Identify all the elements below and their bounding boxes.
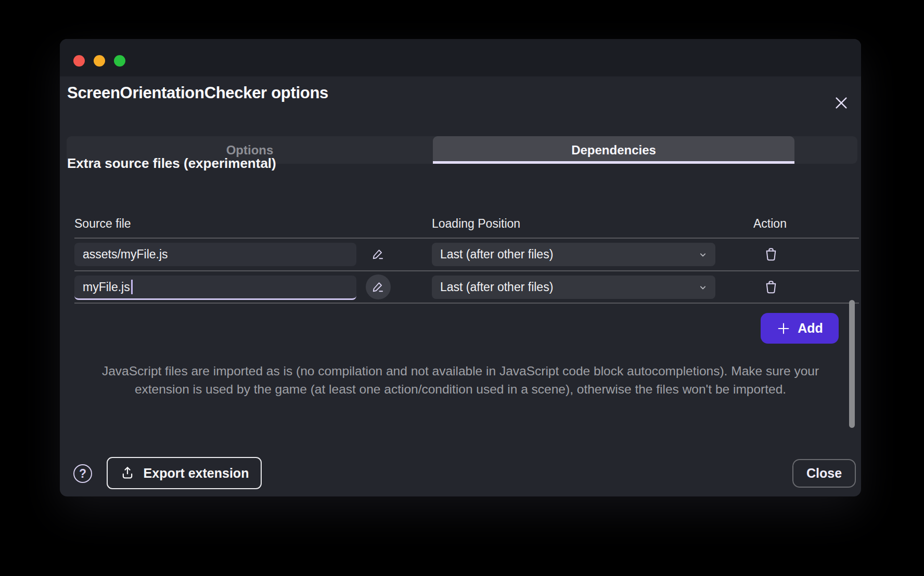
close-button-label: Close: [806, 466, 842, 481]
section-heading: Extra source files (experimental): [67, 155, 276, 172]
import-note-text: JavaScript files are imported as is (no …: [79, 362, 842, 399]
loading-position-value: Last (after other files): [440, 280, 698, 294]
loading-position-select[interactable]: Last (after other files): [432, 243, 715, 266]
edit-button[interactable]: [366, 274, 391, 299]
plus-icon: [776, 321, 791, 336]
column-header-loading-position: Loading Position: [432, 217, 520, 231]
text-caret: [131, 280, 133, 294]
extension-options-dialog: ScreenOrientationChecker options Options…: [60, 39, 861, 496]
source-file-input[interactable]: assets/myFile.js: [74, 243, 356, 266]
help-label: ?: [79, 467, 86, 481]
delete-button[interactable]: [759, 242, 784, 267]
chevron-down-icon: [698, 250, 708, 260]
vertical-scrollbar[interactable]: [849, 300, 855, 428]
tab-dependencies[interactable]: Dependencies: [433, 136, 794, 164]
tab-dependencies-label: Dependencies: [571, 143, 656, 158]
close-button[interactable]: Close: [792, 459, 856, 488]
delete-button[interactable]: [759, 274, 784, 299]
edit-button[interactable]: [366, 242, 391, 267]
source-file-value: assets/myFile.js: [83, 247, 168, 261]
page-title: ScreenOrientationChecker options: [67, 84, 328, 102]
traffic-light-close-icon[interactable]: [73, 55, 85, 67]
table-row: myFile.js Last (after other files): [74, 271, 859, 303]
window-titlebar: [60, 39, 861, 76]
source-files-table-header: Source file Loading Position Action: [74, 211, 859, 238]
source-file-value: myFile.js: [83, 280, 130, 294]
loading-position-value: Last (after other files): [440, 247, 698, 261]
export-extension-label: Export extension: [144, 466, 249, 481]
upload-icon: [120, 465, 135, 481]
traffic-light-zoom-icon[interactable]: [114, 55, 125, 67]
traffic-light-minimize-icon[interactable]: [94, 55, 105, 67]
source-file-input[interactable]: myFile.js: [74, 276, 356, 300]
close-icon[interactable]: [831, 93, 851, 113]
chevron-down-icon: [698, 282, 708, 293]
table-row: assets/myFile.js Last (after other files…: [74, 238, 859, 270]
help-icon[interactable]: ?: [73, 464, 92, 483]
column-header-source-file: Source file: [74, 217, 131, 231]
add-button-label: Add: [798, 321, 823, 336]
export-extension-button[interactable]: Export extension: [107, 457, 262, 489]
loading-position-select[interactable]: Last (after other files): [432, 276, 715, 299]
column-header-action: Action: [753, 217, 787, 231]
add-button[interactable]: Add: [761, 313, 839, 344]
